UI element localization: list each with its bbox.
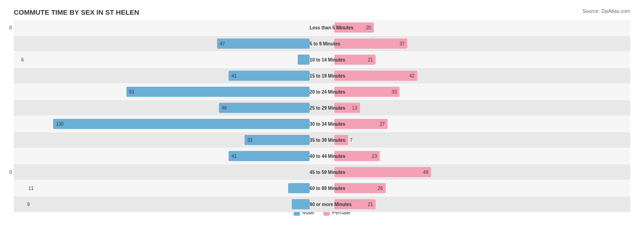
bar-female: 37 (334, 39, 407, 49)
male-value: 41 (231, 154, 236, 159)
male-value: 6 (21, 57, 24, 62)
row-label: 20 to 24 Minutes (310, 89, 334, 95)
chart-row: 9 90 or more Minutes 21 (14, 196, 630, 212)
bar-male (298, 55, 310, 65)
chart-row: 130 30 to 34 Minutes 27 (14, 116, 630, 132)
male-value: 0 (9, 25, 12, 30)
source-label: Source: ZipAtlas.com (582, 8, 630, 14)
male-value: 33 (247, 138, 252, 143)
right-side: 21 (334, 196, 630, 212)
female-value: 27 (380, 122, 385, 127)
left-side: 33 (14, 132, 310, 148)
row-label: 15 to 19 Minutes (310, 73, 334, 78)
left-side: 46 (14, 100, 310, 116)
right-side: 27 (334, 116, 630, 132)
right-side: 33 (334, 84, 630, 100)
left-side: 0 (14, 164, 310, 180)
row-label: 60 to 89 Minutes (310, 186, 334, 191)
female-value: 26 (378, 186, 383, 191)
left-side: 9 (14, 196, 310, 212)
row-label: 40 to 44 Minutes (310, 154, 334, 159)
chart-row: 41 40 to 44 Minutes 23 (14, 148, 630, 164)
bar-female: 42 (334, 71, 417, 81)
left-side: 47 (14, 36, 310, 51)
female-value: 37 (399, 41, 404, 46)
left-side: 6 (14, 52, 310, 67)
right-side: 20 (334, 20, 630, 35)
right-side: 23 (334, 148, 630, 164)
bar-male: 33 (245, 135, 310, 145)
male-value: 47 (220, 41, 225, 46)
left-side: 11 (14, 180, 310, 196)
right-side: 37 (334, 36, 630, 51)
male-value: 41 (231, 73, 236, 78)
female-value: 21 (368, 57, 373, 62)
female-value: 23 (372, 154, 377, 159)
chart-row: 6 10 to 14 Minutes 21 (14, 52, 630, 67)
female-value: 49 (423, 170, 428, 175)
left-side: 41 (14, 148, 310, 164)
bar-male: 41 (229, 71, 310, 81)
chart-container: COMMUTE TIME BY SEX IN ST HELEN Source: … (0, 0, 644, 240)
left-side: 130 (14, 116, 310, 132)
chart-row: 46 25 to 29 Minutes 13 (14, 100, 630, 116)
row-label: 35 to 39 Minutes (310, 138, 334, 143)
male-value: 46 (222, 106, 227, 111)
row-label: 10 to 14 Minutes (310, 57, 334, 62)
male-value: 130 (56, 122, 64, 127)
male-value: 11 (28, 186, 33, 191)
bar-male (292, 199, 310, 209)
chart-row: 93 20 to 24 Minutes 33 (14, 84, 630, 100)
row-label: 30 to 34 Minutes (310, 122, 334, 127)
chart-row: 47 5 to 9 Minutes 37 (14, 36, 630, 51)
bar-male: 47 (217, 39, 310, 49)
bar-male: 93 (126, 87, 310, 97)
chart-row: 11 60 to 89 Minutes 26 (14, 180, 630, 196)
right-side: 21 (334, 52, 630, 67)
right-side: 13 (334, 100, 630, 116)
bar-male: 46 (219, 103, 310, 113)
row-label: 5 to 9 Minutes (310, 41, 334, 46)
female-value: 20 (366, 25, 371, 30)
bar-male: 130 (53, 119, 310, 129)
left-side: 41 (14, 68, 310, 84)
chart-title: COMMUTE TIME BY SEX IN ST HELEN (14, 8, 630, 16)
male-value: 9 (27, 202, 30, 207)
right-side: 7 (334, 132, 630, 148)
chart-row: 0 Less than 5 Minutes 20 (14, 20, 630, 35)
row-label: 25 to 29 Minutes (310, 106, 334, 111)
bar-male: 41 (229, 151, 310, 161)
left-side: 0 (14, 20, 310, 35)
row-label: 90 or more Minutes (310, 202, 334, 207)
right-side: 26 (334, 180, 630, 196)
male-value: 93 (129, 89, 134, 95)
bar-female: 49 (334, 167, 431, 177)
bar-male (288, 183, 310, 193)
right-side: 49 (334, 164, 630, 180)
female-value: 7 (350, 138, 353, 143)
chart-row: 0 45 to 59 Minutes 49 (14, 164, 630, 180)
row-label: Less than 5 Minutes (310, 25, 334, 30)
male-value: 0 (9, 170, 12, 175)
right-side: 42 (334, 68, 630, 84)
chart-area: 0 Less than 5 Minutes 20 47 5 to 9 Minut… (14, 20, 630, 206)
female-value: 42 (409, 73, 415, 78)
female-value: 13 (352, 106, 357, 111)
female-value: 33 (392, 89, 397, 95)
chart-row: 33 35 to 39 Minutes 7 (14, 132, 630, 148)
female-value: 21 (368, 202, 373, 207)
left-side: 93 (14, 84, 310, 100)
chart-row: 41 15 to 19 Minutes 42 (14, 68, 630, 84)
row-label: 45 to 59 Minutes (310, 170, 334, 175)
